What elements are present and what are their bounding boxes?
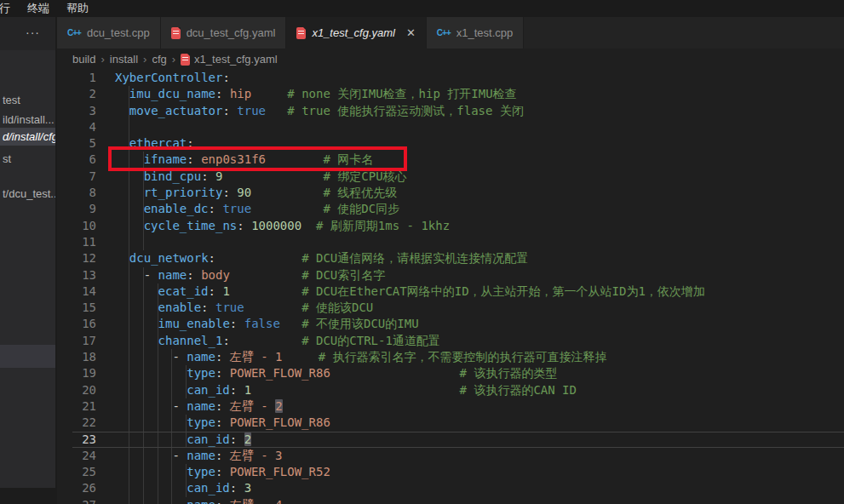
sidebar-list-item[interactable]: st bbox=[3, 152, 11, 165]
indent-guide bbox=[158, 398, 173, 415]
code-line[interactable]: 19type: POWER_FLOW_R86 # 该执行器的类型 bbox=[57, 365, 844, 381]
indent-guide bbox=[115, 382, 129, 398]
token: : bbox=[187, 136, 193, 150]
tab-label: dcu_test.cpp bbox=[87, 26, 150, 39]
indent-guide bbox=[115, 185, 129, 201]
tab-x1_test_cfg.yaml[interactable]: x1_test_cfg.yaml✕ bbox=[286, 17, 426, 49]
breadcrumb-segment[interactable]: install bbox=[110, 53, 138, 66]
breadcrumb-file[interactable]: x1_test_cfg.yaml bbox=[181, 53, 278, 66]
tab-x1_test.cpp[interactable]: C++x1_test.cpp bbox=[427, 17, 524, 49]
breadcrumb: build›install›cfg›x1_test_cfg.yaml bbox=[57, 49, 844, 70]
indent-guide bbox=[144, 382, 158, 398]
token: # 绑定CPU核心 bbox=[323, 169, 406, 183]
indent-guide bbox=[115, 169, 129, 185]
code-line[interactable]: 26can_id: 3 bbox=[57, 480, 844, 496]
menu-item[interactable]: 帮助 bbox=[60, 1, 95, 16]
line-number: 11 bbox=[57, 234, 96, 250]
line-number: 22 bbox=[57, 415, 96, 431]
code-line[interactable]: 4 bbox=[57, 119, 844, 135]
indent-guide bbox=[144, 349, 158, 365]
code-line-content: type: POWER_FLOW_R86 bbox=[115, 415, 330, 431]
indent-guide bbox=[172, 480, 187, 496]
token bbox=[222, 498, 229, 504]
token: 左臂 - 3 bbox=[230, 449, 283, 462]
code-line[interactable]: 10cycle_time_ns: 1000000 # 刷新周期1ms - 1kh… bbox=[57, 218, 844, 234]
token: 左臂 - 1 bbox=[230, 350, 283, 364]
breadcrumb-segment[interactable]: cfg bbox=[152, 53, 166, 66]
token: # DCU的CTRL-1通道配置 bbox=[301, 334, 440, 347]
code-line[interactable]: 22type: POWER_FLOW_R86 bbox=[57, 415, 844, 431]
line-number: 16 bbox=[57, 316, 96, 332]
token bbox=[209, 169, 215, 183]
token: enable_dc bbox=[144, 202, 209, 215]
tab-dcu_test.cpp[interactable]: C++dcu_test.cpp bbox=[57, 17, 161, 49]
token: enp0s31f6 bbox=[201, 152, 266, 166]
code-line[interactable]: 11 bbox=[57, 234, 844, 250]
sidebar-list-item[interactable]: t/dcu_test... bbox=[3, 187, 57, 200]
code-line[interactable]: 14ecat_id: 1 # DCU在EtherCAT网络中的ID，从主站开始，… bbox=[57, 284, 844, 300]
more-actions-icon[interactable]: ··· bbox=[26, 26, 40, 39]
token: true bbox=[222, 202, 251, 215]
token bbox=[251, 383, 459, 397]
code-line-content: - name: body # DCU索引名字 bbox=[115, 267, 385, 284]
tab-dcu_test_cfg.yaml[interactable]: dcu_test_cfg.yaml bbox=[161, 17, 287, 49]
code-line[interactable]: 27- name: 左臂 - 4 bbox=[57, 497, 844, 504]
code-line[interactable]: 18- name: 左臂 - 1 # 执行器索引名字，不需要控制的执行器可直接注… bbox=[57, 349, 844, 365]
code-line[interactable]: 13- name: body # DCU索引名字 bbox=[57, 267, 844, 284]
token bbox=[301, 219, 316, 232]
breadcrumb-segment[interactable]: build bbox=[72, 53, 95, 66]
code-line[interactable]: 17channel_1: # DCU的CTRL-1通道配置 bbox=[57, 333, 844, 349]
indent-guide bbox=[172, 382, 187, 398]
code-editor[interactable]: 1XyberController:2imu_dcu_name: hip # no… bbox=[57, 70, 844, 504]
menu-item[interactable]: 行 bbox=[0, 1, 17, 16]
code-line[interactable]: 16imu_enable: false # 不使用该DCU的IMU bbox=[57, 316, 844, 332]
code-line[interactable]: 7bind_cpu: 9 # 绑定CPU核心 bbox=[57, 169, 844, 185]
indent-guide bbox=[129, 316, 144, 332]
indent-guide bbox=[129, 415, 144, 431]
code-line[interactable]: 15enable: true # 使能该DCU bbox=[57, 300, 844, 316]
code-line-content: enable_dc: true # 使能DC同步 bbox=[115, 201, 399, 217]
code-line[interactable]: 24- name: 左臂 - 3 bbox=[57, 448, 844, 464]
tab-bar: C++dcu_test.cppdcu_test_cfg.yamlx1_test_… bbox=[57, 17, 844, 49]
token: 1 bbox=[222, 284, 229, 298]
indent-guide bbox=[115, 218, 129, 234]
code-line[interactable]: 6ifname: enp0s31f6 # 网卡名 bbox=[57, 152, 844, 168]
indent-guide bbox=[115, 250, 129, 266]
close-icon[interactable]: ✕ bbox=[406, 26, 416, 39]
indent-guide bbox=[115, 234, 129, 250]
code-line[interactable]: 8rt_priority: 90 # 线程优先级 bbox=[57, 185, 844, 201]
indent-guide bbox=[129, 382, 144, 398]
token bbox=[194, 268, 201, 282]
indent-guide bbox=[158, 432, 173, 448]
yaml-icon bbox=[171, 27, 181, 39]
code-line[interactable]: 3move_actuator: true # true 使能执行器运动测试，fl… bbox=[57, 103, 844, 119]
token: move_actuator bbox=[129, 104, 223, 117]
indent-guide bbox=[158, 382, 173, 398]
token: # 该执行器的CAN ID bbox=[460, 383, 577, 397]
line-number: 15 bbox=[57, 300, 96, 316]
code-line[interactable]: 1XyberController: bbox=[57, 70, 844, 86]
sidebar-list-item[interactable]: d/install/cfg bbox=[0, 128, 57, 146]
code-line[interactable]: 23can_id: 2 bbox=[57, 432, 844, 448]
code-line[interactable]: 21- name: 左臂 - 2 bbox=[57, 398, 844, 415]
code-line[interactable]: 20can_id: 1 # 该执行器的CAN ID bbox=[57, 382, 844, 398]
code-line[interactable]: 5ethercat: bbox=[57, 135, 844, 152]
code-line[interactable]: 25type: POWER_FLOW_R52 bbox=[57, 464, 844, 480]
indent-guide bbox=[144, 464, 158, 480]
indent-guide bbox=[144, 497, 158, 504]
menu-item[interactable]: 终端 bbox=[20, 1, 56, 16]
sidebar-list-item[interactable]: ild/install... bbox=[3, 113, 55, 126]
code-line-content: bind_cpu: 9 # 绑定CPU核心 bbox=[115, 169, 407, 185]
code-line[interactable]: 9enable_dc: true # 使能DC同步 bbox=[57, 201, 844, 217]
indent-guide bbox=[115, 349, 129, 365]
indent-guide bbox=[115, 119, 129, 135]
code-line[interactable]: 12dcu_network: # DCU通信网络，请根据实机连接情况配置 bbox=[57, 250, 844, 266]
token: # 执行器索引名字，不需要控制的执行器可直接注释掉 bbox=[319, 350, 607, 364]
code-line[interactable]: 2imu_dcu_name: hip # none 关闭IMU检查，hip 打开… bbox=[57, 86, 844, 102]
line-number: 2 bbox=[57, 86, 96, 102]
token bbox=[222, 415, 229, 429]
code-line-content: can_id: 1 # 该执行器的CAN ID bbox=[115, 382, 577, 398]
line-number: 23 bbox=[57, 432, 96, 448]
sidebar-list-item[interactable]: test bbox=[3, 94, 20, 106]
line-number: 19 bbox=[57, 365, 96, 381]
